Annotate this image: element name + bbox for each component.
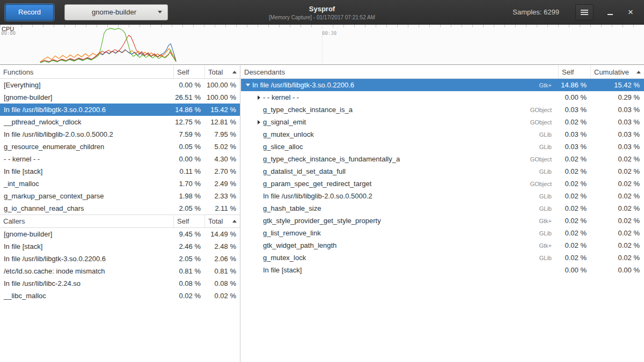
self-percent: 0.81 % (173, 267, 204, 275)
function-row[interactable]: In file /usr/lib/libgtk-3.so.0.2200.6 14… (0, 104, 240, 116)
total-percent: 2.70 % (204, 167, 240, 175)
function-row[interactable]: [Everything] 0.00 % 100.00 % (0, 79, 240, 91)
function-row[interactable]: __libc_malloc 0.02 % 0.02 % (0, 290, 240, 302)
function-row[interactable]: In file /usr/lib/libgtk-3.so.0.2200.6 2.… (0, 253, 240, 265)
library-category-label: GLib (514, 205, 558, 212)
function-row[interactable]: [gnome-builder] 9.45 % 14.49 % (0, 228, 240, 240)
descendant-row[interactable]: g_signal_emit GObject 0.02 % 0.03 % (241, 116, 644, 128)
cumulative-percent: 0.03 % (590, 143, 644, 151)
descendant-row[interactable]: g_type_check_instance_is_fundamentally_a… (241, 153, 644, 165)
self-percent: 0.05 % (173, 143, 204, 151)
function-name: [gnome-builder] (0, 230, 173, 238)
self-percent: 2.05 % (173, 255, 204, 263)
cpu-line-green (40, 28, 176, 63)
expander-icon[interactable] (245, 84, 251, 86)
function-row[interactable]: In file /usr/lib/libc-2.24.so 0.08 % 0.0… (0, 277, 240, 290)
expander-icon[interactable] (255, 120, 262, 124)
descendant-row[interactable]: In file [stack] 0.00 % 0.00 % (241, 264, 644, 276)
self-percent: 0.02 % (558, 155, 590, 163)
function-name: In file /usr/lib/libgtk-3.so.0.2200.6 (251, 81, 514, 89)
process-selector-dropdown[interactable]: gnome-builder (64, 4, 168, 20)
callers-total-column-header[interactable]: Total (204, 215, 240, 227)
self-percent: 0.02 % (558, 241, 590, 249)
cumulative-percent: 0.02 % (590, 254, 644, 262)
total-percent: 0.08 % (204, 279, 240, 287)
menu-button[interactable] (575, 4, 594, 20)
library-category-label: GLib (514, 230, 558, 237)
function-row[interactable]: In file [stack] 0.11 % 2.70 % (0, 165, 240, 178)
function-name: In file [stack] (262, 266, 514, 274)
cumulative-percent: 0.03 % (590, 106, 644, 114)
self-percent: 1.70 % (173, 180, 204, 188)
total-percent: 0.81 % (204, 267, 240, 275)
function-row[interactable]: __pthread_rwlock_rdlock 12.75 % 12.81 % (0, 116, 240, 128)
descendants-cumulative-column-header[interactable]: Cumulative (590, 65, 644, 78)
descendant-row[interactable]: g_datalist_id_set_data_full GLib 0.02 % … (241, 165, 644, 178)
functions-total-column-header[interactable]: Total (204, 65, 240, 78)
total-percent: 2.06 % (204, 255, 240, 263)
descendant-row[interactable]: g_mutex_lock GLib 0.02 % 0.02 % (241, 252, 644, 264)
function-row[interactable]: In file [stack] 2.46 % 2.48 % (0, 240, 240, 253)
function-name: - - kernel - - (0, 155, 173, 163)
function-name: g_mutex_lock (262, 254, 514, 262)
function-row[interactable]: g_markup_parse_context_parse 1.98 % 2.33… (0, 190, 240, 202)
minimize-button[interactable] (602, 4, 618, 20)
function-name: In file /usr/lib/libglib-2.0.so.0.5000.2 (262, 192, 514, 200)
column-label: Self (177, 217, 189, 225)
descendant-row[interactable]: g_list_remove_link GLib 0.02 % 0.02 % (241, 227, 644, 239)
column-label: Self (177, 68, 189, 76)
function-row[interactable]: /etc/ld.so.cache: inode mismatch 0.81 % … (0, 265, 240, 277)
library-category-label: GObject (514, 119, 558, 125)
descendant-row[interactable]: g_type_check_instance_is_a GObject 0.03 … (241, 104, 644, 116)
callers-column-header[interactable]: Callers (0, 215, 173, 227)
hamburger-icon (581, 12, 588, 13)
descendants-column-header[interactable]: Descendants (241, 65, 558, 78)
function-row[interactable]: In file /usr/lib/libglib-2.0.so.0.5000.2… (0, 128, 240, 141)
descendant-row[interactable]: g_mutex_unlock GLib 0.03 % 0.03 % (241, 128, 644, 141)
cumulative-percent: 0.02 % (590, 204, 644, 212)
function-row[interactable]: [gnome-builder] 26.51 % 100.00 % (0, 91, 240, 104)
descendant-row[interactable]: g_param_spec_get_redirect_target GObject… (241, 178, 644, 190)
descendant-row[interactable]: g_hash_table_size GLib 0.02 % 0.02 % (241, 202, 644, 215)
sort-ascending-icon (232, 220, 237, 223)
self-percent: 1.98 % (173, 192, 204, 200)
self-percent: 0.00 % (173, 155, 204, 163)
function-name: __pthread_rwlock_rdlock (0, 118, 173, 126)
column-label: Cumulative (594, 68, 629, 76)
self-percent: 0.03 % (558, 143, 590, 151)
descendants-self-column-header[interactable]: Self (558, 65, 590, 78)
cumulative-percent: 0.02 % (590, 167, 644, 175)
function-name: In file [stack] (0, 167, 173, 175)
close-button[interactable]: × (623, 4, 639, 20)
descendant-row[interactable]: - - kernel - - 0.00 % 0.29 % (241, 91, 644, 104)
functions-self-column-header[interactable]: Self (173, 65, 204, 78)
self-percent: 0.11 % (173, 167, 204, 175)
total-percent: 2.33 % (204, 192, 240, 200)
expander-icon[interactable] (255, 95, 262, 100)
headerbar-right: Samples: 6299 × (513, 4, 639, 20)
function-row[interactable]: g_io_channel_read_chars 2.05 % 2.11 % (0, 202, 240, 215)
descendant-row[interactable]: gtk_widget_path_length Gtk+ 0.02 % 0.02 … (241, 239, 644, 252)
library-category-label: GLib (514, 255, 558, 261)
callers-self-column-header[interactable]: Self (173, 215, 204, 227)
record-button[interactable]: Record (5, 4, 54, 20)
descendant-row[interactable]: In file /usr/lib/libglib-2.0.so.0.5000.2… (241, 190, 644, 202)
function-name: g_mutex_unlock (262, 130, 514, 138)
self-percent: 0.02 % (558, 118, 590, 126)
descendant-row[interactable]: In file /usr/lib/libgtk-3.so.0.2200.6 Gt… (241, 79, 644, 91)
descendant-row[interactable]: gtk_style_provider_get_style_property Gt… (241, 215, 644, 227)
library-category-label: GLib (514, 131, 558, 138)
column-label: Functions (3, 68, 33, 76)
cpu-timeline[interactable]: CPU 00:00 00:30 (0, 25, 644, 65)
function-row[interactable]: - - kernel - - 0.00 % 4.30 % (0, 153, 240, 165)
self-percent: 0.02 % (558, 192, 590, 200)
total-percent: 12.81 % (204, 118, 240, 126)
function-row[interactable]: _int_malloc 1.70 % 2.49 % (0, 178, 240, 190)
functions-list: [Everything] 0.00 % 100.00 % [gnome-buil… (0, 79, 240, 215)
cumulative-percent: 0.02 % (590, 229, 644, 237)
descendant-row[interactable]: g_slice_alloc GLib 0.03 % 0.03 % (241, 141, 644, 153)
app-title: Sysprof (269, 4, 375, 12)
function-row[interactable]: g_resource_enumerate_children 0.05 % 5.0… (0, 141, 240, 153)
functions-column-header[interactable]: Functions (0, 65, 173, 78)
total-percent: 0.02 % (204, 292, 240, 300)
